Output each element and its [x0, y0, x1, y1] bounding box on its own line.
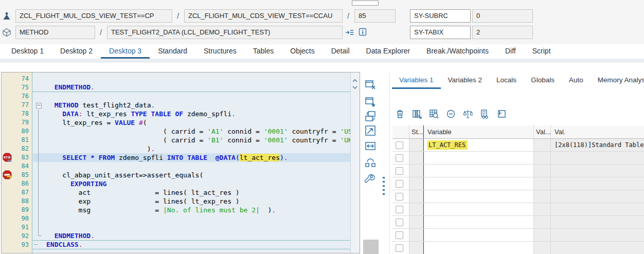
scrollbar-thumb[interactable] — [352, 1, 379, 6]
code-editor[interactable]: 7475767778798081828384858687888990919293… — [1, 72, 360, 253]
column-header-variable[interactable]: Variable — [423, 125, 534, 138]
table-row[interactable]: LT_ACT_RES[2x8(118)]Standard Table — [392, 139, 644, 152]
close-view-icon[interactable] — [365, 79, 376, 90]
row-checkbox[interactable] — [396, 167, 403, 175]
table-row[interactable] — [392, 229, 644, 242]
scroll-down-icon[interactable] — [352, 85, 357, 89]
tab-detail[interactable]: Detail — [323, 45, 358, 59]
code-line-85[interactable]: cl_abap_unit_assert=>assert_equals( — [33, 171, 351, 179]
row-select-cell[interactable] — [392, 203, 409, 215]
table-row[interactable] — [392, 190, 644, 203]
row-select-cell[interactable] — [392, 177, 409, 190]
tab-memory-analysis[interactable]: Memory Analysis — [591, 75, 644, 89]
code-line-83[interactable]: SELECT * FROM zdemo_spfli INTO TABLE @DA… — [33, 153, 351, 162]
table-row[interactable] — [392, 242, 644, 254]
row-select-cell[interactable] — [392, 165, 409, 177]
program-field[interactable]: ZCL_FLIGHT_MUL_CDS_VIEW_TEST==CP — [15, 9, 172, 23]
row-checkbox[interactable] — [396, 180, 403, 188]
row-checkbox[interactable] — [396, 206, 403, 213]
goto-statement-icon[interactable] — [345, 28, 353, 37]
tab-desktop-3[interactable]: Desktop 3 — [101, 45, 150, 59]
code-line-89[interactable]: msg = |No. of lines must be 2| ). — [33, 206, 351, 214]
sort-icon[interactable] — [480, 109, 490, 119]
compare-icon[interactable] — [463, 109, 473, 119]
tab-script[interactable]: Script — [524, 45, 559, 59]
row-select-cell[interactable] — [392, 242, 409, 254]
sysfield-name-input[interactable]: SY-SUBRC — [410, 9, 471, 23]
editor-gutter[interactable]: 7475767778798081828384858687888990919293… — [2, 72, 32, 253]
table-row[interactable] — [392, 165, 644, 177]
include-field[interactable]: ZCL_FLIGHT_MUL_CDS_VIEW_TEST==CCAU — [184, 9, 343, 23]
code-line-78[interactable]: DATA: lt_exp_res TYPE TABLE OF zdemo_spf… — [33, 110, 351, 118]
detach-view-icon[interactable] — [365, 125, 376, 136]
fold-collapse-box[interactable] — [36, 103, 42, 108]
code-line-84[interactable] — [33, 162, 351, 171]
row-checkbox[interactable] — [396, 231, 403, 239]
tab-diff[interactable]: Diff — [497, 45, 524, 59]
code-line-79[interactable]: lt_exp_res = VALUE #( — [33, 118, 351, 127]
code-line-76[interactable] — [33, 92, 351, 101]
code-line-81[interactable]: ( carrid = 'B1' connid = '0001' countryf… — [33, 136, 351, 144]
sysfield-name-input[interactable]: SY-TABIX — [410, 26, 471, 39]
line-number-field[interactable]: 85 — [354, 9, 396, 23]
split-view-icon[interactable] — [365, 157, 376, 168]
column-header-val[interactable]: Val. — [551, 125, 644, 138]
tab-auto[interactable]: Auto — [562, 75, 591, 89]
editor-vertical-scrollbar[interactable] — [350, 72, 360, 253]
code-area[interactable]: ENDMETHOD. METHOD test_flight2_data. DAT… — [33, 72, 351, 253]
tab-standard[interactable]: Standard — [150, 45, 195, 59]
table-row[interactable] — [392, 177, 644, 190]
table-row[interactable] — [392, 216, 644, 229]
debugger-stopped-breakpoint-icon[interactable]: STO — [3, 153, 12, 161]
code-line-91[interactable] — [33, 223, 351, 232]
row-select-cell[interactable] — [392, 216, 409, 228]
scroll-up-icon[interactable] — [352, 79, 357, 83]
select-columns-icon[interactable] — [412, 109, 422, 119]
row-checkbox[interactable] — [396, 193, 403, 201]
tab-tables[interactable]: Tables — [245, 45, 282, 59]
tab-data-explorer[interactable]: Data Explorer — [358, 45, 419, 59]
tab-desktop-1[interactable]: Desktop 1 — [3, 45, 52, 59]
code-line-82[interactable]: ). — [33, 144, 351, 153]
create-data-view-icon[interactable] — [497, 109, 507, 119]
tab-structures[interactable]: Structures — [195, 45, 245, 59]
row-checkbox[interactable] — [396, 219, 403, 226]
code-line-80[interactable]: ( carrid = 'A1' connid = '0001' countryf… — [33, 127, 351, 136]
row-select-cell[interactable] — [392, 190, 409, 203]
info-icon[interactable] — [359, 28, 367, 36]
table-row[interactable] — [392, 203, 644, 216]
code-line-90[interactable] — [33, 214, 351, 223]
code-line-74[interactable] — [33, 75, 351, 83]
replace-view-icon[interactable] — [365, 111, 376, 122]
full-width-icon[interactable] — [365, 140, 376, 152]
row-checkbox[interactable] — [396, 141, 403, 149]
services-wrench-icon[interactable] — [365, 173, 376, 185]
row-select-cell[interactable] — [392, 229, 409, 241]
collapse-icon[interactable] — [446, 109, 456, 119]
event-type-field[interactable]: METHOD — [15, 26, 95, 39]
tab-locals[interactable]: Locals — [489, 75, 524, 89]
code-line-75[interactable]: ENDMETHOD. — [33, 83, 351, 92]
column-header-select[interactable] — [392, 125, 409, 138]
variable-name[interactable]: LT_ACT_RES — [427, 140, 468, 150]
tab-globals[interactable]: Globals — [524, 75, 562, 89]
row-checkbox[interactable] — [396, 244, 403, 252]
delete-icon[interactable] — [395, 109, 405, 119]
column-header-val[interactable]: Val... — [534, 125, 551, 138]
row-select-cell[interactable] — [392, 139, 409, 151]
code-line-88[interactable]: exp = lines( lt_exp_res ) — [33, 197, 351, 206]
code-line-93[interactable]: ENDCLASS. — [33, 241, 351, 249]
table-search-icon[interactable] — [429, 109, 439, 119]
create-view-icon[interactable] — [365, 96, 376, 107]
tab-objects[interactable]: Objects — [282, 45, 323, 59]
breakpoint-icon[interactable] — [3, 170, 12, 179]
row-checkbox[interactable] — [396, 154, 403, 162]
tab-variables-1[interactable]: Variables 1 — [392, 75, 441, 89]
column-header-st[interactable]: St... — [409, 125, 423, 138]
tab-variables-2[interactable]: Variables 2 — [441, 75, 490, 89]
panel-splitter-handle[interactable] — [383, 177, 385, 195]
code-line-92[interactable]: ENDMETHOD. — [33, 232, 351, 241]
tab-break-watchpoints[interactable]: Break./Watchpoints — [418, 45, 497, 59]
event-name-field[interactable]: TEST_FLIGHT2_DATA (LCL_DEMO_FLIGHT_TEST) — [107, 26, 343, 39]
table-row[interactable] — [392, 152, 644, 165]
